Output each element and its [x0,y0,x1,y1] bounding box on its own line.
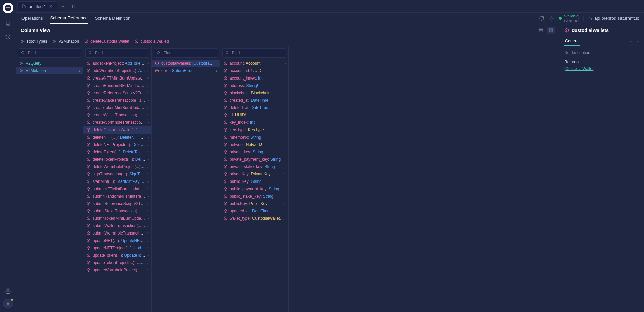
schema-item[interactable]: addWormholeProject(...): AddW...› [83,67,151,74]
cube-icon [87,239,91,243]
chevron-right-icon: › [284,61,286,66]
schema-item[interactable]: createReferenceScriptV2Transac...› [83,89,151,97]
schema-item[interactable]: createWormholeTransaction(...): ...› [83,119,151,126]
list-view-button[interactable] [537,27,545,34]
cube-icon [87,113,91,117]
schema-item[interactable]: deleteCustodialWallet(...): Delete...› [83,126,151,134]
schema-item[interactable]: public_stake_key: String [220,193,288,200]
find-input-2[interactable] [164,51,215,55]
refresh-icon[interactable] [539,16,544,21]
crumb-v2mutation[interactable]: V2Mutation [58,39,79,44]
schema-item[interactable]: deleteToken(...): DeleteTokenPayl...› [83,148,151,156]
schema-item[interactable]: deleteWormholeProject(...): Dele...› [83,163,151,170]
app-logo[interactable] [3,3,13,13]
settings-icon[interactable] [2,285,14,297]
endpoint-display[interactable]: api.preprod.saturnnft.io [583,16,639,21]
schema-item[interactable]: account_id: UUID! [220,67,288,74]
schema-item[interactable]: updateNFT(...): UpdateNFTPaylo...› [83,237,151,244]
schema-item[interactable]: deleteNFT(...): DeleteNFTPayload!› [83,134,151,141]
schema-item[interactable]: submitWormholeTransaction(...)...› [83,229,151,237]
returns-type-link[interactable]: CustodialWallet [565,66,593,71]
schema-item[interactable]: private_payment_key: String [220,156,288,163]
schema-item[interactable]: submitRandomNFTMintTransact...› [83,193,151,200]
schema-item[interactable]: key_type: KeyType [220,126,288,134]
schema-item[interactable]: addTokenProject: AddTokenProj...› [83,60,151,67]
search-icon [225,51,229,55]
user-avatar[interactable] [3,299,13,309]
schema-item[interactable]: public_payment_key: String [220,185,288,193]
details-tab-general[interactable]: General [564,36,580,46]
schema-item[interactable]: V2Query› [16,60,83,67]
schema-item[interactable]: address: String! [220,82,288,89]
schema-item[interactable]: created_at: DateTime [220,97,288,104]
find-input-1[interactable] [95,51,146,55]
schema-item[interactable]: createRandomNFTMintTransacti...› [83,82,151,89]
schema-item[interactable]: deleted_at: DateTime [220,104,288,111]
schema-item[interactable]: createTokenMintBurnUpdateTra...› [83,104,151,111]
svg-point-29 [89,52,91,54]
schema-item[interactable]: updateToken(...): UpdateTokenPa...› [83,252,151,259]
chevron-right-icon: › [216,61,217,66]
gear-icon[interactable] [549,16,554,21]
schema-item[interactable]: error: SaturnError› [152,67,220,74]
document-tab[interactable]: untitled 1 ✕ [17,1,57,11]
history-icon[interactable] [2,31,14,43]
schema-item[interactable]: updateTokenProject(...): UpdateT...› [83,259,151,266]
nav-schema-reference[interactable]: Schema Reference [50,13,88,24]
schema-item[interactable]: submitTokenMintBurnUpdateTra...› [83,215,151,222]
schema-item[interactable]: startMint(...): StartMintPayload!› [83,178,151,185]
schema-item[interactable]: updateNFTProject(...): UpdateNF...› [83,244,151,252]
new-tab-button[interactable]: ＋ [58,2,68,11]
arrow-left-icon[interactable]: ← [629,39,633,44]
schema-item[interactable]: network: Network! [220,141,288,148]
schema-item[interactable]: deleteNFTProject(...): DeleteNFT...› [83,141,151,148]
schema-item[interactable]: submitStakeTransaction(...): Sub...› [83,207,151,215]
schema-item[interactable]: account_index: Int [220,74,288,82]
find-box-3[interactable] [222,48,286,58]
schema-item[interactable]: wallet_type: CustodialWalletType! [220,215,288,222]
crumb-delete-custodial[interactable]: deleteCustodialWallet [90,39,129,44]
schema-item[interactable]: createStakeTransaction(...): Creat...› [83,97,151,104]
crumb-custodial-wallets[interactable]: custodialWallets [141,39,170,44]
schema-item[interactable]: account: Account!› [220,60,288,67]
schema-item[interactable]: key_index: Int [220,119,288,126]
tab-overflow-icon[interactable] [68,2,77,11]
close-tab-icon[interactable]: ✕ [49,4,53,9]
schema-item[interactable]: blockchain: Blockchain! [220,89,288,97]
schema-item[interactable]: custodialWallets: [CustodialWall...› [152,60,220,67]
schema-item[interactable]: deleteTokenProject(...): DeleteTo...› [83,156,151,163]
connection-status[interactable]: available schema [559,14,579,22]
schema-item[interactable]: submitNFTMintBurnUpdateTran...› [83,185,151,193]
schema-item[interactable]: submitWalletTransaction(...): Sub...› [83,222,151,229]
schema-item[interactable]: createNFTMintBurnUpdateTrans...› [83,74,151,82]
crumb-root-types[interactable]: Root Types [27,39,47,44]
arrow-right-icon[interactable]: → [636,39,640,44]
column-view-button[interactable] [547,27,555,34]
cube-icon [224,113,228,117]
schema-item[interactable]: updated_at: DateTime [220,207,288,215]
schema-item[interactable]: private_key: String [220,148,288,156]
svg-rect-4 [7,22,10,26]
chevron-right-icon: › [131,39,133,44]
find-box-0[interactable] [18,48,81,58]
find-box-1[interactable] [85,48,149,58]
schema-item[interactable]: updateWormholeProject(...): Up...› [83,266,151,274]
schema-item[interactable]: publicKey: PublicKey!› [220,200,288,207]
find-box-2[interactable] [154,48,218,58]
nav-operations[interactable]: Operations [21,13,44,24]
find-input-0[interactable] [28,51,78,55]
schema-item[interactable]: private_stake_key: String [220,163,288,170]
schema-item[interactable]: V2Mutation› [16,67,83,74]
schema-item[interactable]: privateKey: PrivateKey!› [220,170,288,178]
schema-item[interactable]: createWalletTransaction(...): Crea...› [83,111,151,119]
schema-item[interactable]: public_key: String [220,178,288,185]
schema-item[interactable]: mnemonic: String [220,134,288,141]
files-icon[interactable] [2,17,14,30]
chevron-right-icon: › [147,209,149,213]
schema-item[interactable]: id: UUID! [220,111,288,119]
schema-item[interactable]: submitReferenceScriptV2Transac...› [83,200,151,207]
schema-item[interactable]: signTransaction(...): SignTransacti...› [83,170,151,178]
find-input-3[interactable] [232,51,283,55]
nav-schema-definition[interactable]: Schema Definition [94,13,131,24]
chevron-right-icon: › [147,91,149,95]
